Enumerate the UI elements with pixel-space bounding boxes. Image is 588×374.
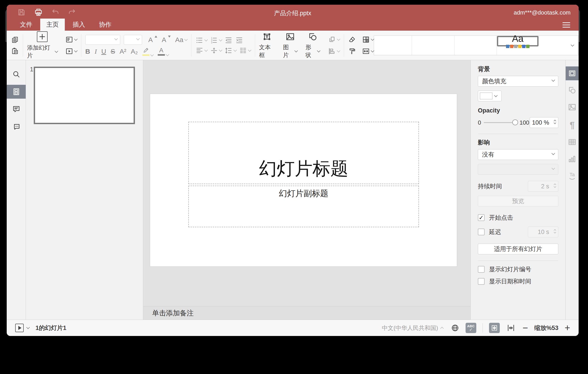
copy-icon[interactable] [11,36,19,44]
slide-size-button[interactable] [362,47,374,55]
theme-cell[interactable] [539,36,566,55]
slide-layout-button[interactable] [65,35,77,44]
title-placeholder[interactable]: 幻灯片标题 [188,122,419,184]
table-settings-icon[interactable] [568,138,577,146]
fill-type-select[interactable]: 颜色填充 [478,76,558,87]
insert-image-button[interactable]: 图片 [283,32,298,59]
increase-indent-button[interactable] [235,36,243,44]
subscript-button[interactable]: A₂ [131,48,138,55]
chevron-down-icon[interactable] [337,37,340,41]
chat-icon[interactable] [12,123,21,131]
shape-settings-icon[interactable] [568,86,577,95]
chevron-down-icon[interactable] [114,37,118,40]
chevron-down-icon[interactable] [219,48,222,52]
slide-canvas[interactable]: 幻灯片标题 幻灯片副标题 [143,60,471,306]
textart-settings-icon[interactable]: Ta [568,171,577,180]
opacity-slider[interactable] [484,122,517,123]
paragraph-settings-icon[interactable]: ¶ [570,121,575,130]
tab-home[interactable]: 主页 [40,19,65,31]
italic-button[interactable]: I [95,48,97,55]
chevron-down-icon[interactable] [337,49,340,52]
slide[interactable]: 幻灯片标题 幻灯片副标题 [150,94,457,267]
horizontal-align-button[interactable] [196,46,207,55]
underline-button[interactable]: U [101,48,106,55]
slide-thumbnail[interactable] [34,67,135,124]
theme-cell-selected[interactable]: Aa [497,36,539,46]
apply-to-all-button[interactable]: 适用于所有幻灯片 [478,244,558,254]
start-slideshow-button[interactable] [65,47,77,55]
chevron-down-icon[interactable] [55,49,58,53]
fit-to-width-icon[interactable] [506,323,515,332]
color-scheme-button[interactable] [362,35,374,44]
strikethrough-button[interactable]: S [111,48,115,55]
chevron-down-icon[interactable] [233,48,237,52]
delay-checkbox[interactable] [478,229,484,235]
tab-file[interactable]: 文件 [14,19,38,31]
theme-cell[interactable] [454,36,497,55]
highlight-color-button[interactable] [142,47,153,56]
effect-select[interactable]: 没有 [478,149,558,160]
fit-to-slide-icon[interactable] [489,323,500,333]
decrease-indent-button[interactable] [224,36,232,44]
chevron-down-icon[interactable] [26,326,30,329]
add-slide-button[interactable]: 添加幻灯片 [27,31,58,59]
slide-settings-button[interactable] [566,66,579,80]
menu-icon[interactable] [563,22,570,28]
insert-textbox-button[interactable]: 文本框 [259,32,275,59]
start-on-click-checkbox[interactable]: ✓ [478,214,484,221]
increase-font-button[interactable]: A [148,36,153,43]
insert-shape-button[interactable]: 形状 [305,32,320,59]
start-slideshow-status-button[interactable] [15,324,24,332]
search-icon[interactable] [12,70,21,78]
chevron-down-icon[interactable] [219,38,222,41]
chevron-down-icon[interactable] [74,37,78,41]
chevron-down-icon[interactable] [74,49,78,52]
tab-insert[interactable]: 插入 [67,19,91,31]
fill-color-button[interactable] [478,91,502,101]
spellcheck-icon[interactable]: ABC ✓ [466,323,476,333]
bold-button[interactable]: B [85,48,90,55]
chevron-down-icon[interactable] [317,49,321,52]
bullets-button[interactable] [196,36,207,44]
decrease-font-button[interactable]: A [162,36,166,43]
copy-style-icon[interactable] [348,47,356,55]
spin-down-icon[interactable] [554,121,556,124]
align-shape-button[interactable] [328,47,340,55]
font-name-combo[interactable] [85,35,120,45]
show-slide-number-checkbox[interactable] [478,266,484,273]
arrange-shape-button[interactable] [328,35,340,44]
opacity-spinner[interactable]: 100 % [530,117,558,128]
font-size-combo[interactable] [124,35,142,45]
slides-panel-button[interactable] [7,85,26,99]
theme-cell[interactable] [412,36,454,55]
chevron-down-icon[interactable] [204,48,208,52]
chevron-down-icon[interactable] [248,48,251,52]
theme-cell[interactable] [374,36,412,55]
change-case-button[interactable]: Aa [175,36,183,43]
chevron-down-icon[interactable] [184,37,188,41]
numbering-button[interactable]: 123 [210,36,222,44]
tab-collaboration[interactable]: 协作 [93,19,117,31]
zoom-in-button[interactable]: + [565,323,570,333]
chevron-down-icon[interactable] [150,53,154,56]
zoom-out-button[interactable]: − [523,323,528,333]
theme-gallery-expand-button[interactable] [566,36,578,55]
chevron-down-icon[interactable] [294,49,298,52]
chart-settings-icon[interactable] [568,154,577,164]
comments-icon[interactable] [12,105,21,113]
line-spacing-button[interactable] [224,46,236,55]
paste-icon[interactable] [11,47,19,55]
font-color-button[interactable]: A [158,47,169,56]
chevron-down-icon[interactable] [204,38,208,41]
chevron-down-icon[interactable] [136,37,140,40]
subtitle-placeholder[interactable]: 幻灯片副标题 [188,186,419,227]
superscript-button[interactable]: A² [119,48,126,55]
clear-style-icon[interactable] [348,35,356,44]
columns-button[interactable] [239,46,251,55]
set-language-icon[interactable] [451,324,459,332]
language-selector[interactable]: 中文(中华人民共和国) [382,324,438,332]
image-settings-icon[interactable] [568,103,577,112]
notes-area[interactable]: 单击添加备注 [143,306,471,320]
vertical-align-button[interactable] [210,46,222,55]
show-date-time-checkbox[interactable] [478,278,484,285]
